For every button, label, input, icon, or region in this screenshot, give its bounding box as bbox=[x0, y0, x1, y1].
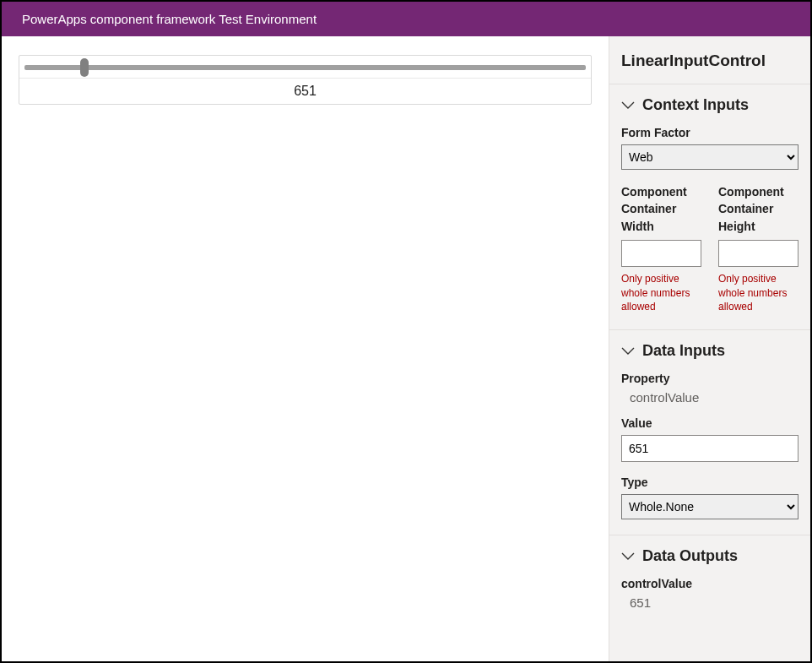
form-factor-field: Form Factor Web bbox=[621, 126, 798, 170]
container-width-field: Component Container Width Only positive … bbox=[621, 183, 701, 314]
app-body: 651 LinearInputControl Context Inputs Fo… bbox=[2, 36, 810, 661]
container-height-input[interactable] bbox=[718, 240, 798, 267]
container-height-field: Component Container Height Only positive… bbox=[718, 183, 798, 314]
slider-value-display: 651 bbox=[19, 78, 591, 104]
type-field: Type Whole.None bbox=[621, 476, 798, 519]
chevron-down-icon bbox=[621, 101, 635, 111]
value-field: Value bbox=[621, 416, 798, 462]
value-input[interactable] bbox=[621, 435, 798, 462]
container-width-input[interactable] bbox=[621, 240, 701, 267]
type-select[interactable]: Whole.None bbox=[621, 494, 798, 519]
section-data-inputs: Data Inputs Property controlValue Value … bbox=[609, 330, 810, 535]
output-value: 651 bbox=[621, 595, 798, 610]
form-factor-select[interactable]: Web bbox=[621, 144, 798, 170]
app-header: PowerApps component framework Test Envir… bbox=[2, 2, 810, 36]
chevron-down-icon bbox=[621, 552, 635, 562]
container-height-error: Only positive whole numbers allowed bbox=[718, 272, 798, 314]
container-dim-row: Component Container Width Only positive … bbox=[621, 183, 798, 314]
section-title-data-inputs: Data Inputs bbox=[642, 342, 725, 360]
section-data-outputs: Data Outputs controlValue 651 bbox=[609, 535, 810, 625]
chevron-down-icon bbox=[621, 346, 635, 356]
linear-input-control: 651 bbox=[19, 55, 592, 105]
linear-slider[interactable] bbox=[24, 59, 586, 76]
container-width-error: Only positive whole numbers allowed bbox=[621, 272, 701, 314]
property-value: controlValue bbox=[621, 390, 798, 405]
form-factor-label: Form Factor bbox=[621, 126, 798, 139]
section-title-context: Context Inputs bbox=[642, 96, 749, 114]
type-label: Type bbox=[621, 476, 798, 489]
container-width-label: Component Container Width bbox=[621, 183, 701, 235]
value-label: Value bbox=[621, 416, 798, 430]
container-height-label: Component Container Height bbox=[718, 183, 798, 235]
app-title: PowerApps component framework Test Envir… bbox=[22, 12, 317, 26]
section-header-context[interactable]: Context Inputs bbox=[621, 96, 798, 114]
section-header-data-inputs[interactable]: Data Inputs bbox=[621, 342, 798, 360]
property-label: Property bbox=[621, 372, 798, 385]
section-title-data-outputs: Data Outputs bbox=[642, 547, 738, 565]
app-frame: PowerApps component framework Test Envir… bbox=[2, 2, 810, 661]
section-context-inputs: Context Inputs Form Factor Web Component… bbox=[609, 84, 810, 330]
section-header-data-outputs[interactable]: Data Outputs bbox=[621, 547, 798, 565]
output-label: controlValue bbox=[621, 577, 798, 590]
slider-track-wrap bbox=[19, 56, 591, 76]
control-name-title: LinearInputControl bbox=[609, 36, 810, 84]
property-sidebar: LinearInputControl Context Inputs Form F… bbox=[609, 36, 810, 661]
main-canvas: 651 bbox=[2, 36, 609, 661]
